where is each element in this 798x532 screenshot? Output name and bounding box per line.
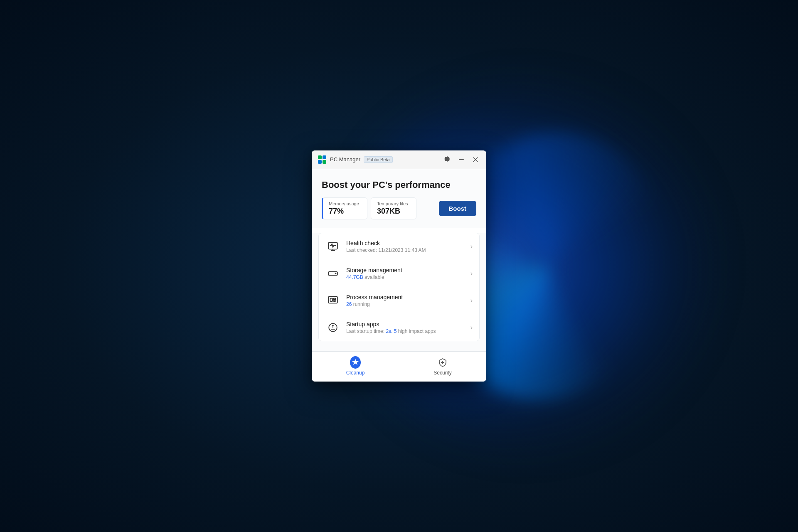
minimize-button[interactable] <box>456 155 466 165</box>
process-chevron: › <box>470 297 473 304</box>
svg-rect-0 <box>318 155 322 159</box>
temp-label: Temporary files <box>377 201 410 206</box>
storage-text: Storage management 44.7GB available <box>346 267 470 280</box>
titlebar: PC Manager Public Beta <box>312 150 486 169</box>
hero-title: Boost your PC's performance <box>322 179 476 191</box>
storage-title: Storage management <box>346 267 470 273</box>
health-check-icon <box>325 239 340 254</box>
startup-subtitle: Last startup time: 2s. 5 high impact app… <box>346 328 470 334</box>
startup-icon <box>325 320 340 335</box>
process-title: Process management <box>346 294 470 300</box>
app-logo <box>318 155 327 164</box>
temp-files-stat: Temporary files 307KB <box>371 197 416 219</box>
process-text: Process management 26 running <box>346 294 470 307</box>
svg-rect-9 <box>330 298 332 302</box>
storage-accent: 44.7GB <box>346 274 363 280</box>
svg-point-7 <box>335 273 336 274</box>
startup-chevron: › <box>470 324 473 331</box>
storage-management-item[interactable]: Storage management 44.7GB available › <box>319 260 479 287</box>
process-icon <box>325 293 340 308</box>
tab-bar: Cleanup Security <box>312 351 486 382</box>
cleanup-icon <box>350 356 361 369</box>
svg-rect-8 <box>328 297 337 303</box>
storage-suffix: available <box>363 274 384 280</box>
hero-section: Boost your PC's performance Memory usage… <box>322 169 476 228</box>
health-check-item[interactable]: Health check Last checked: 11/21/2023 11… <box>319 233 479 260</box>
process-suffix: running <box>352 301 369 307</box>
svg-rect-2 <box>318 160 322 164</box>
security-tab-icon <box>437 357 448 368</box>
close-button[interactable] <box>470 155 480 165</box>
health-check-title: Health check <box>346 240 470 246</box>
svg-rect-11 <box>333 300 335 301</box>
startup-prefix: Last startup time: <box>346 328 386 334</box>
process-count: 26 <box>346 301 352 307</box>
cleanup-tab-icon <box>350 357 361 368</box>
stats-bar: Memory usage 77% Temporary files 307KB B… <box>322 197 476 219</box>
startup-accent: 2s. 5 <box>386 328 397 334</box>
cleanup-tab-label: Cleanup <box>346 370 365 376</box>
svg-rect-4 <box>459 159 464 160</box>
svg-rect-3 <box>323 160 326 164</box>
main-content: Boost your PC's performance Memory usage… <box>312 169 486 228</box>
health-check-text: Health check Last checked: 11/21/2023 11… <box>346 240 470 253</box>
memory-value: 77% <box>329 207 361 216</box>
process-management-item[interactable]: Process management 26 running › <box>319 287 479 314</box>
memory-label: Memory usage <box>329 201 361 206</box>
storage-icon <box>325 266 340 281</box>
tab-security[interactable]: Security <box>399 352 486 382</box>
tab-cleanup[interactable]: Cleanup <box>312 352 399 382</box>
security-tab-label: Security <box>433 370 451 376</box>
svg-rect-10 <box>333 298 335 300</box>
startup-suffix: high impact apps <box>397 328 436 334</box>
list-section-wrapper: Health check Last checked: 11/21/2023 11… <box>312 233 486 351</box>
startup-apps-item[interactable]: Startup apps Last startup time: 2s. 5 hi… <box>319 314 479 341</box>
app-badge: Public Beta <box>364 156 393 163</box>
svg-marker-13 <box>352 359 359 365</box>
process-subtitle: 26 running <box>346 301 470 307</box>
storage-subtitle: 44.7GB available <box>346 274 470 280</box>
boost-button[interactable]: Boost <box>439 201 477 216</box>
memory-stat: Memory usage 77% <box>322 197 367 219</box>
titlebar-controls <box>442 155 480 165</box>
storage-chevron: › <box>470 270 473 277</box>
svg-rect-1 <box>323 155 326 159</box>
health-check-subtitle: Last checked: 11/21/2023 11:43 AM <box>346 247 470 253</box>
health-check-chevron: › <box>470 243 473 250</box>
app-window: PC Manager Public Beta <box>312 150 486 382</box>
settings-button[interactable] <box>442 155 452 165</box>
temp-value: 307KB <box>377 207 410 216</box>
app-title: PC Manager <box>330 156 360 163</box>
feature-list: Health check Last checked: 11/21/2023 11… <box>318 233 480 341</box>
startup-text: Startup apps Last startup time: 2s. 5 hi… <box>346 321 470 334</box>
startup-title: Startup apps <box>346 321 470 328</box>
